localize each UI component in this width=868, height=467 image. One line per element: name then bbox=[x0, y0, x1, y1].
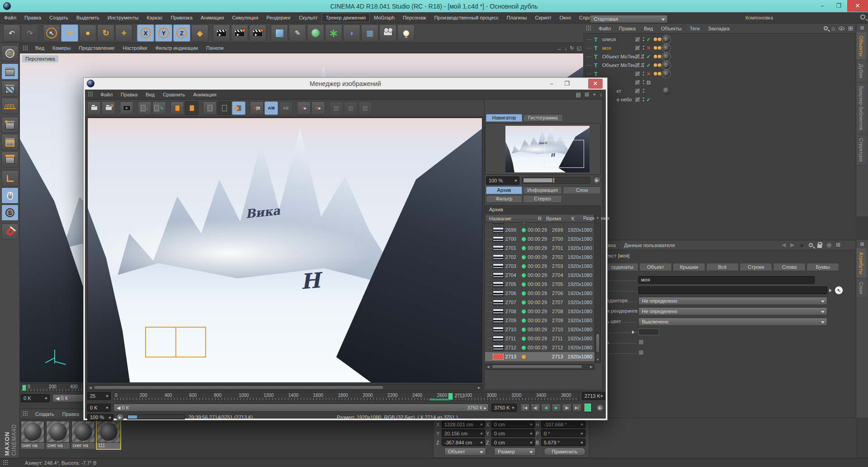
tab-Слои[interactable]: Слои bbox=[563, 186, 601, 194]
add-tab-icon[interactable]: ⊞ bbox=[856, 24, 868, 32]
pm-ab-vertical-button[interactable]: A|B bbox=[250, 101, 264, 115]
panel-grip-icon[interactable] bbox=[3, 460, 9, 466]
polygons-mode-button[interactable] bbox=[1, 151, 19, 167]
viewport-toggle-icon[interactable]: ◱ bbox=[577, 45, 581, 51]
attr-tab-Всё[interactable]: Всё bbox=[706, 263, 739, 271]
pm-close-button[interactable]: ✕ bbox=[588, 79, 603, 89]
pm-range-end-field[interactable]: 3750 K bbox=[491, 404, 517, 412]
lock-icon[interactable] bbox=[817, 244, 822, 248]
pick-object-icon[interactable]: ↖ bbox=[835, 286, 843, 295]
dock-tab-Атрибуты[interactable]: Атрибуты bbox=[856, 248, 866, 278]
pm-timeline-menu-button[interactable]: ▶ bbox=[596, 404, 604, 412]
render-row[interactable]: 271000:00:2927101920x1080 bbox=[485, 325, 594, 334]
attr-tab-Буквы[interactable]: Буквы bbox=[807, 263, 839, 271]
object-row[interactable]: ⊡ bbox=[583, 78, 856, 87]
visibility-dots-icon[interactable] bbox=[643, 89, 644, 90]
menu-item[interactable]: Вид bbox=[31, 43, 48, 52]
render-row[interactable]: 270600:00:2927061920x1080 bbox=[485, 289, 594, 298]
coord-field[interactable]: 0 cm bbox=[491, 438, 535, 446]
menu-item[interactable]: Анимация bbox=[197, 13, 228, 22]
pm-dual-view-button[interactable] bbox=[217, 101, 231, 115]
material-ball-icon[interactable] bbox=[663, 87, 670, 95]
viewport-rotate-icon[interactable]: ↻ bbox=[570, 45, 574, 51]
object-row[interactable]: Tмоя✕ bbox=[583, 44, 856, 52]
render-row[interactable]: 270000:00:2927001920x1080 bbox=[485, 234, 594, 243]
keyframe-dot-icon[interactable] bbox=[654, 55, 657, 58]
lock-x-button[interactable]: X bbox=[137, 24, 154, 42]
menu-item[interactable]: Сравнить bbox=[159, 90, 189, 99]
goto-end-button[interactable]: ▶| bbox=[572, 404, 582, 412]
menu-item[interactable]: Файл bbox=[96, 90, 117, 99]
menu-item[interactable]: Производственный процесс bbox=[430, 13, 502, 22]
tab-Информация[interactable]: Информация bbox=[523, 186, 562, 194]
object-row[interactable]: кт bbox=[583, 87, 856, 95]
menu-item[interactable]: Правка bbox=[117, 90, 142, 99]
play-backward-button[interactable]: ◀ bbox=[541, 404, 551, 412]
menu-item[interactable]: Файл bbox=[0, 13, 20, 22]
object-row[interactable]: T✕ bbox=[583, 70, 856, 78]
x-icon[interactable]: ✕ bbox=[646, 71, 651, 77]
material-tile[interactable]: снег на bbox=[21, 421, 44, 449]
pm-single-view-button[interactable] bbox=[203, 101, 217, 115]
pm-zoom-field[interactable]: 100 % bbox=[87, 414, 113, 421]
keyframe-dot-icon[interactable] bbox=[658, 46, 661, 50]
panel-grip-icon[interactable] bbox=[23, 45, 28, 51]
object-row[interactable]: TОбъект МоТекст.3✓ bbox=[583, 61, 856, 70]
attribute-select[interactable]: Выключено bbox=[638, 318, 827, 326]
render-settings-button[interactable] bbox=[249, 24, 266, 42]
keyframe-dot-icon[interactable] bbox=[658, 55, 661, 58]
render-row[interactable]: 271100:00:2927111920x1080 bbox=[485, 334, 594, 343]
dock-tab-Объекты[interactable]: Объекты bbox=[856, 32, 866, 60]
record-keyframe-button[interactable] bbox=[585, 404, 591, 411]
keyframe-dot-icon[interactable] bbox=[654, 72, 657, 76]
pm-compare-table-2-button[interactable]: ▥ bbox=[344, 101, 358, 115]
visibility-dots-icon[interactable] bbox=[643, 80, 644, 81]
texture-mode-button[interactable] bbox=[1, 81, 19, 97]
deformers-button[interactable]: ◗ bbox=[343, 24, 360, 42]
dock-tab-Структура[interactable]: Структура bbox=[856, 134, 866, 166]
attribute-input[interactable] bbox=[638, 286, 827, 294]
menu-item[interactable]: Персонаж bbox=[399, 13, 430, 22]
primitive-cube-button[interactable] bbox=[271, 24, 288, 42]
menu-item[interactable]: Плагины bbox=[503, 13, 531, 22]
last-tool-button[interactable]: + bbox=[115, 24, 132, 42]
material-ball-icon[interactable] bbox=[663, 62, 670, 69]
pick-icon[interactable]: ▲ bbox=[799, 242, 805, 248]
pm-maximize-button[interactable]: ❐ bbox=[559, 79, 575, 89]
pm-save-image-button[interactable] bbox=[102, 101, 115, 115]
menu-item[interactable]: Камеры bbox=[48, 43, 75, 52]
material-tile[interactable]: снег на bbox=[46, 421, 70, 449]
pm-set-a-button[interactable]: A▸ bbox=[297, 101, 311, 115]
pm-dock-icon[interactable]: ↓ bbox=[599, 91, 602, 98]
menu-item[interactable]: Закладка bbox=[704, 24, 734, 33]
material-ball-icon[interactable] bbox=[663, 44, 670, 52]
menu-item[interactable]: Фильтр индикации bbox=[151, 43, 202, 52]
panel-grip-icon[interactable] bbox=[23, 411, 28, 417]
layer-box-icon[interactable] bbox=[635, 45, 640, 51]
nav-zoom-slider[interactable] bbox=[522, 177, 590, 184]
panel-grip-icon[interactable] bbox=[586, 25, 592, 31]
next-key-button[interactable]: )▶ bbox=[562, 404, 571, 412]
eye-icon[interactable] bbox=[839, 27, 844, 30]
keyframe-dot-icon[interactable] bbox=[658, 63, 661, 67]
layer-box-icon[interactable] bbox=[635, 37, 640, 42]
model-mode-button[interactable] bbox=[1, 63, 19, 80]
search-icon[interactable] bbox=[824, 26, 828, 30]
pm-undock-icon[interactable]: + bbox=[593, 91, 596, 98]
pm-play-button[interactable]: ▶ bbox=[116, 414, 124, 421]
menu-item[interactable]: Скрипт bbox=[531, 13, 555, 22]
pm-image-view[interactable]: Вика Н bbox=[87, 118, 482, 383]
lock-y-button[interactable]: Y bbox=[155, 24, 172, 42]
goto-start-button[interactable]: |◀ bbox=[520, 404, 530, 412]
pm-send-to-button[interactable]: ↳ bbox=[152, 101, 166, 115]
apply-button[interactable]: Применить bbox=[544, 448, 585, 456]
play-forward-button[interactable]: ▶ bbox=[552, 404, 561, 412]
render-row[interactable]: 270500:00:2927051920x1080 bbox=[485, 280, 594, 289]
maximize-button[interactable]: ❐ bbox=[831, 0, 846, 12]
pm-open-file-button[interactable] bbox=[87, 101, 101, 115]
generators-button[interactable] bbox=[307, 24, 324, 42]
pm-page-b-button[interactable] bbox=[185, 101, 198, 115]
object-row[interactable]: TОбъект МоТекст.2✓ bbox=[583, 52, 856, 61]
pm-timeline-ruler[interactable]: 0200400600800100012001400160018002000220… bbox=[113, 392, 579, 401]
render-view-button[interactable] bbox=[213, 24, 230, 42]
